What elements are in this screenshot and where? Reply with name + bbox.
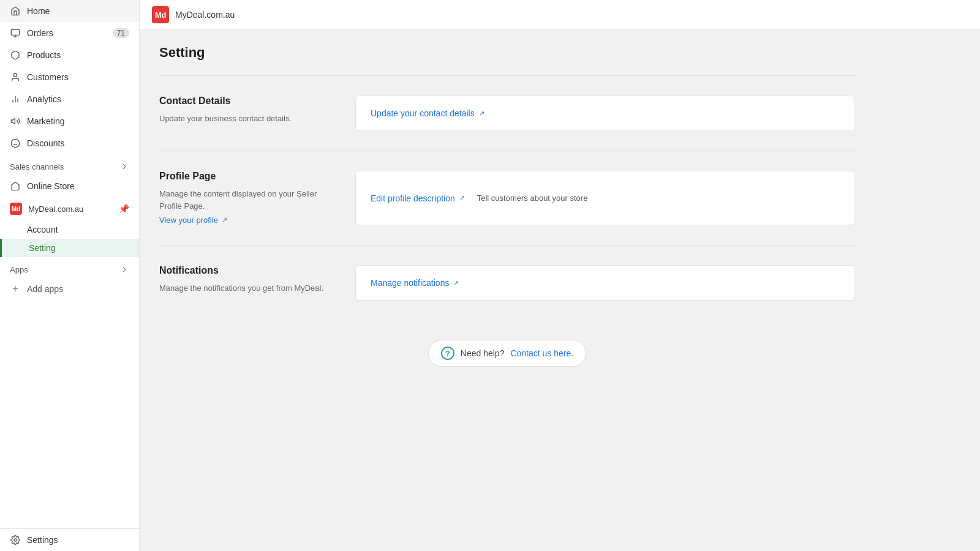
sidebar-bottom: Settings (0, 528, 139, 551)
chevron-right-icon-apps (119, 264, 129, 274)
svg-point-3 (13, 73, 17, 77)
contact-info: Contact Details Update your business con… (159, 96, 331, 131)
sidebar-item-label: Products (27, 50, 61, 60)
help-icon: ? (441, 347, 454, 360)
external-link-icon-notif: ↗ (453, 279, 459, 287)
external-link-icon-profile: ↗ (222, 216, 227, 224)
sidebar-nav-orders[interactable]: Orders 71 (0, 22, 139, 44)
svg-rect-0 (11, 29, 19, 35)
store-icon (10, 181, 21, 192)
sales-channels-label: Sales channels (10, 162, 64, 171)
sidebar-nav-discounts[interactable]: Discounts (0, 132, 139, 154)
help-box: ? Need help? Contact us here. (159, 340, 855, 367)
settings-label: Settings (27, 535, 58, 545)
discounts-icon (10, 138, 21, 149)
contact-us-link[interactable]: Contact us here. (510, 348, 573, 358)
sidebar-nav-products[interactable]: Products (0, 44, 139, 66)
help-text: Need help? (461, 348, 505, 358)
sales-channels-header[interactable]: Sales channels (0, 154, 139, 175)
orders-badge: 71 (113, 28, 129, 38)
store-logo: Md (152, 6, 169, 23)
contact-details-section: Contact Details Update your business con… (159, 75, 855, 151)
notifications-title: Notifications (159, 265, 331, 276)
external-link-icon-edit: ↗ (459, 194, 465, 202)
setting-label: Setting (29, 243, 56, 253)
sidebar-nav-settings[interactable]: Settings (0, 529, 139, 551)
help-pill: ? Need help? Contact us here. (428, 340, 586, 367)
page-content: Setting Contact Details Update your busi… (140, 30, 875, 396)
apps-header[interactable]: Apps (0, 257, 139, 278)
sidebar-add-apps[interactable]: + Add apps (0, 278, 139, 300)
sidebar-nav-home[interactable]: Home (0, 0, 139, 22)
products-icon (10, 50, 21, 61)
sidebar-item-label: Online Store (27, 181, 75, 191)
sidebar-item-label: Marketing (27, 116, 64, 126)
page-title: Setting (159, 45, 855, 61)
home-icon (10, 6, 21, 17)
topbar: Md MyDeal.com.au (140, 0, 980, 30)
contact-card: Update your contact details ↗ (355, 96, 855, 131)
profile-info: Profile Page Manage the content displaye… (159, 171, 331, 225)
main-content: Md MyDeal.com.au Setting Contact Details… (140, 0, 980, 551)
profile-page-section: Profile Page Manage the content displaye… (159, 151, 855, 245)
notifications-card: Manage notifications ↗ (355, 265, 855, 301)
sidebar: Home Orders 71 Products Customers Analyt… (0, 0, 140, 551)
svg-marker-7 (11, 118, 15, 124)
update-contact-link[interactable]: Update your contact details ↗ (371, 108, 484, 118)
add-apps-label: Add apps (27, 284, 63, 294)
gear-icon (10, 534, 21, 545)
sidebar-sub-setting[interactable]: Setting (0, 239, 139, 257)
orders-icon (10, 28, 21, 39)
notifications-info: Notifications Manage the notifications y… (159, 265, 331, 301)
pin-icon: 📌 (119, 204, 129, 214)
svg-point-8 (11, 139, 19, 147)
marketing-icon (10, 116, 21, 127)
sidebar-nav-analytics[interactable]: Analytics (0, 88, 139, 110)
notifications-description: Manage the notifications you get from My… (159, 282, 331, 294)
sidebar-item-label: Discounts (27, 138, 64, 148)
sidebar-item-label: Customers (27, 72, 69, 82)
profile-card-description: Tell customers about your store (477, 193, 588, 203)
account-label: Account (27, 225, 58, 234)
mydeal-label: MyDeal.com.au (28, 204, 83, 214)
store-name: MyDeal.com.au (175, 10, 235, 20)
notifications-section: Notifications Manage the notifications y… (159, 245, 855, 320)
sidebar-item-label: Orders (27, 28, 53, 38)
external-link-icon: ↗ (479, 110, 484, 118)
profile-title: Profile Page (159, 171, 331, 182)
contact-description: Update your business contact details. (159, 113, 331, 125)
apps-label: Apps (10, 265, 28, 274)
sidebar-sub-account[interactable]: Account (0, 220, 139, 239)
svg-point-11 (14, 539, 17, 541)
analytics-icon (10, 94, 21, 105)
profile-description: Manage the content displayed on your Sel… (159, 188, 331, 212)
chevron-right-icon (119, 162, 129, 171)
profile-card: Edit profile description ↗ Tell customer… (355, 171, 855, 225)
sidebar-nav-customers[interactable]: Customers (0, 66, 139, 88)
sidebar-nav-online-store[interactable]: Online Store (0, 175, 139, 197)
sidebar-item-label: Home (27, 6, 50, 16)
mydeal-logo-icon: Md (10, 203, 22, 215)
contact-title: Contact Details (159, 96, 331, 107)
sidebar-nav-marketing[interactable]: Marketing (0, 110, 139, 132)
plus-icon: + (10, 283, 21, 294)
view-profile-link[interactable]: View your profile ↗ (159, 216, 227, 225)
manage-notifications-link[interactable]: Manage notifications ↗ (371, 278, 459, 288)
mydeal-header[interactable]: Md MyDeal.com.au 📌 (0, 197, 139, 220)
edit-profile-link[interactable]: Edit profile description ↗ (371, 193, 465, 203)
sidebar-item-label: Analytics (27, 94, 61, 104)
customers-icon (10, 72, 21, 83)
